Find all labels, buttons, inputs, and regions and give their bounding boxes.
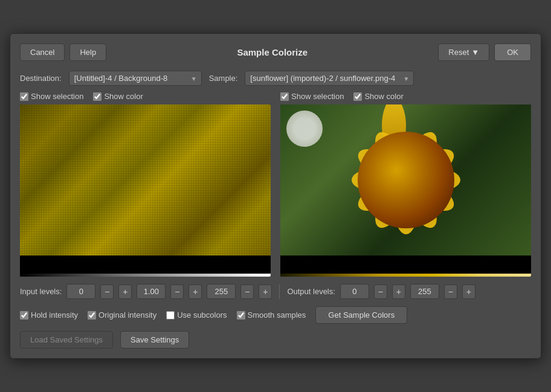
output-levels-label: Output levels:: [287, 287, 335, 296]
ok-button[interactable]: OK: [494, 43, 531, 61]
hold-intensity-text: Hold intensity: [31, 310, 78, 320]
output-max-increment-button[interactable]: +: [462, 284, 475, 299]
destination-select[interactable]: [Untitled]-4 / Background-8: [69, 71, 202, 86]
sample-show-selection-text: Show selection: [291, 92, 344, 101]
sample-image-container: [280, 104, 531, 277]
output-min-decrement-button[interactable]: −: [374, 284, 387, 299]
hold-intensity-checkbox[interactable]: [20, 311, 28, 320]
dest-show-selection-text: Show selection: [31, 92, 83, 101]
destination-label: Destination:: [20, 74, 62, 83]
reset-arrow-icon: ▼: [471, 48, 479, 57]
sample-colorize-dialog: Cancel Help Sample Colorize Reset ▼ OK D…: [10, 33, 541, 359]
dest-show-color-label[interactable]: Show color: [93, 92, 143, 101]
bottom-row: Load Saved Settings Save Settings: [20, 331, 531, 349]
output-max-decrement-button[interactable]: −: [444, 284, 457, 299]
levels-controls-row: Input levels: − + − + − + Output levels:…: [20, 284, 531, 299]
dest-black-bar: [20, 255, 271, 274]
dest-image-wrapper: [20, 104, 271, 255]
sample-select-wrapper[interactable]: [sunflower] (imported)-2 / sunflower.png…: [245, 71, 414, 86]
smooth-samples-label[interactable]: Smooth samples: [237, 310, 306, 320]
sample-black-bar: [280, 255, 531, 274]
levels-separator: [279, 284, 280, 299]
options-row: Hold intensity Original intensity Use su…: [20, 306, 531, 324]
sample-show-color-text: Show color: [364, 92, 403, 101]
original-intensity-checkbox[interactable]: [88, 311, 96, 320]
sample-gradient-bar: [280, 274, 531, 277]
title-bar-right: Reset ▼ OK: [438, 43, 531, 61]
sample-show-selection-label[interactable]: Show selection: [280, 92, 344, 101]
use-subcolors-text: Use subcolors: [177, 310, 227, 320]
input-levels-label: Input levels:: [20, 287, 62, 296]
dest-gradient-bar: [20, 274, 271, 277]
input-min-decrement-button[interactable]: −: [100, 284, 114, 299]
sample-panel: Show selection Show color: [280, 92, 531, 277]
input-min-increment-button[interactable]: +: [118, 284, 132, 299]
dest-show-color-checkbox[interactable]: [93, 92, 102, 101]
output-levels-max[interactable]: [410, 284, 439, 299]
dest-show-selection-label[interactable]: Show selection: [20, 92, 83, 101]
input-levels-mid[interactable]: [137, 284, 166, 299]
load-saved-settings-button[interactable]: Load Saved Settings: [20, 331, 113, 349]
input-mid-decrement-button[interactable]: −: [170, 284, 184, 299]
sample-show-color-checkbox[interactable]: [353, 92, 362, 101]
dest-checkboxes: Show selection Show color: [20, 92, 271, 101]
destination-panel: Show selection Show color: [20, 92, 271, 277]
title-bar: Cancel Help Sample Colorize Reset ▼ OK: [20, 43, 531, 61]
use-subcolors-checkbox[interactable]: [166, 311, 175, 320]
sample-label: Sample:: [209, 74, 238, 83]
title-bar-left: Cancel Help: [20, 43, 106, 61]
selector-row: Destination: [Untitled]-4 / Background-8…: [20, 71, 531, 86]
use-subcolors-label[interactable]: Use subcolors: [166, 310, 227, 320]
save-settings-button[interactable]: Save Settings: [120, 331, 189, 349]
output-levels-min[interactable]: [340, 284, 369, 299]
output-min-increment-button[interactable]: +: [392, 284, 405, 299]
destination-image: [20, 104, 271, 255]
sample-show-color-label[interactable]: Show color: [353, 92, 403, 101]
smooth-samples-checkbox[interactable]: [237, 311, 245, 320]
input-mid-increment-button[interactable]: +: [188, 284, 202, 299]
sample-image-wrapper: [280, 104, 531, 255]
sample-show-selection-checkbox[interactable]: [280, 92, 289, 101]
original-intensity-text: Original intensity: [98, 310, 156, 320]
smooth-samples-text: Smooth samples: [248, 310, 306, 320]
destination-select-wrapper[interactable]: [Untitled]-4 / Background-8: [69, 71, 202, 86]
dialog-title: Sample Colorize: [106, 47, 438, 57]
dest-show-color-text: Show color: [104, 92, 143, 101]
input-levels-min[interactable]: [66, 284, 95, 299]
input-max-decrement-button[interactable]: −: [240, 284, 254, 299]
input-levels-max[interactable]: [207, 284, 236, 299]
cancel-button[interactable]: Cancel: [20, 43, 65, 61]
images-row: Show selection Show color Show: [20, 92, 531, 277]
get-sample-colors-button[interactable]: Get Sample Colors: [315, 306, 407, 324]
hold-intensity-label[interactable]: Hold intensity: [20, 310, 78, 320]
help-button[interactable]: Help: [69, 43, 106, 61]
reset-button[interactable]: Reset ▼: [438, 43, 489, 61]
original-intensity-label[interactable]: Original intensity: [88, 310, 156, 320]
input-max-increment-button[interactable]: +: [259, 284, 272, 299]
destination-image-container: [20, 104, 271, 277]
sample-select[interactable]: [sunflower] (imported)-2 / sunflower.png…: [245, 71, 414, 86]
bg-flower: [286, 111, 323, 147]
sample-image: [280, 104, 531, 255]
sunflower-center: [358, 132, 454, 228]
sample-checkboxes: Show selection Show color: [280, 92, 531, 101]
dest-show-selection-checkbox[interactable]: [20, 92, 28, 101]
